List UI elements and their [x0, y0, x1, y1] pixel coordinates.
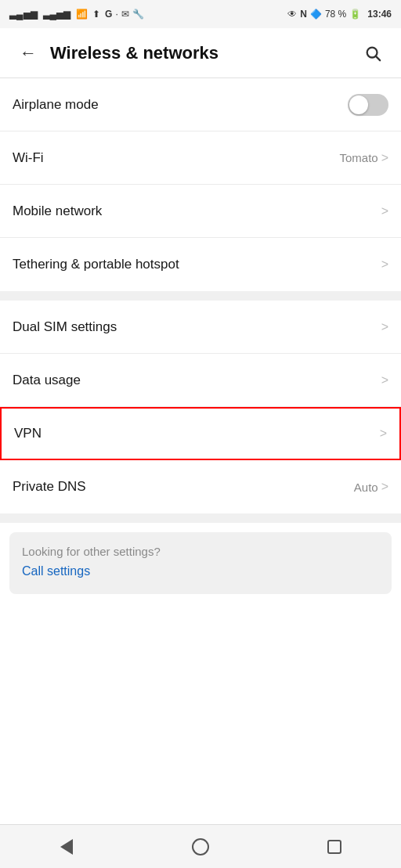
search-button[interactable] — [357, 38, 388, 69]
dual-sim-chevron: > — [381, 320, 388, 334]
bluetooth-icon: 🔷 — [310, 9, 322, 20]
private-dns-chevron: > — [381, 480, 388, 494]
wifi-status-icon: 📶 — [76, 9, 88, 20]
mobile-network-right: > — [381, 204, 388, 218]
wrench-icon: 🔧 — [132, 9, 144, 20]
svg-line-1 — [376, 56, 380, 60]
data-usage-right: > — [381, 373, 388, 387]
other-settings-card: Looking for other settings? Call setting… — [9, 532, 392, 594]
private-dns-right: Auto > — [354, 480, 388, 494]
time-display: 13:46 — [367, 9, 392, 20]
wifi-item[interactable]: Wi-Fi Tomato > — [0, 131, 401, 185]
vpn-item[interactable]: VPN > — [0, 407, 401, 460]
signal2-icon: ▃▄▅▆ — [43, 9, 71, 20]
status-bar: ▃▄▅▆ ▃▄▅▆ 📶 ⬆ G · ✉ 🔧 👁 N 🔷 78 % 🔋 13:46 — [0, 0, 401, 28]
mobile-network-label: Mobile network — [13, 203, 102, 219]
toggle-knob — [349, 95, 368, 114]
mail-icon: ✉ — [121, 9, 129, 20]
search-icon — [364, 45, 381, 62]
other-settings-hint: Looking for other settings? — [22, 545, 379, 558]
nav-recent-icon — [327, 840, 341, 854]
data-usage-chevron: > — [381, 373, 388, 387]
dual-sim-item[interactable]: Dual SIM settings > — [0, 301, 401, 354]
vpn-label: VPN — [14, 426, 42, 441]
battery-text: 78 % — [325, 9, 346, 20]
nav-home-icon — [192, 838, 209, 855]
nav-recent-button[interactable] — [320, 833, 349, 861]
battery-icon: 🔋 — [349, 9, 361, 20]
nav-back-button[interactable] — [52, 833, 81, 861]
section-2: Dual SIM settings > Data usage > VPN > P… — [0, 301, 401, 518]
call-settings-link[interactable]: Call settings — [22, 564, 379, 578]
tethering-item[interactable]: Tethering & portable hotspot > — [0, 238, 401, 291]
page-header: ← Wireless & networks — [0, 28, 401, 78]
tethering-chevron: > — [381, 258, 388, 272]
mobile-network-chevron: > — [381, 204, 388, 218]
wifi-label: Wi-Fi — [13, 150, 44, 166]
nfc-icon: N — [300, 9, 307, 20]
signal-icon: ▃▄▅▆ — [9, 9, 38, 20]
airplane-mode-label: Airplane mode — [13, 97, 99, 113]
airplane-mode-toggle[interactable] — [348, 94, 388, 116]
nav-home-button[interactable] — [186, 833, 215, 861]
back-button[interactable]: ← — [13, 38, 44, 69]
private-dns-label: Private DNS — [13, 479, 86, 495]
vpn-chevron: > — [380, 427, 387, 441]
status-right-icons: 👁 N 🔷 78 % 🔋 13:46 — [287, 9, 392, 20]
tethering-label: Tethering & portable hotspot — [13, 257, 179, 272]
vpn-right: > — [380, 427, 387, 441]
eye-icon: 👁 — [287, 9, 297, 20]
upload-icon: ⬆ — [92, 9, 100, 20]
dot-icon: · — [115, 9, 117, 20]
dual-sim-right: > — [381, 320, 388, 334]
wifi-chevron: > — [381, 151, 388, 165]
page-title: Wireless & networks — [50, 43, 357, 63]
bottom-nav-bar — [0, 824, 401, 868]
airplane-mode-item[interactable]: Airplane mode — [0, 78, 401, 131]
wifi-value: Tomato — [339, 151, 378, 164]
dual-sim-label: Dual SIM settings — [13, 319, 117, 335]
data-usage-label: Data usage — [13, 373, 81, 388]
mobile-network-item[interactable]: Mobile network > — [0, 185, 401, 238]
g-icon: G — [105, 9, 112, 20]
section-gap-2 — [0, 518, 401, 523]
private-dns-value: Auto — [354, 481, 378, 494]
section-1: Airplane mode Wi-Fi Tomato > Mobile netw… — [0, 78, 401, 296]
wifi-right: Tomato > — [339, 151, 388, 165]
tethering-right: > — [381, 258, 388, 272]
status-left-icons: ▃▄▅▆ ▃▄▅▆ 📶 ⬆ G · ✉ 🔧 — [9, 9, 144, 20]
data-usage-item[interactable]: Data usage > — [0, 354, 401, 407]
private-dns-item[interactable]: Private DNS Auto > — [0, 460, 401, 513]
nav-back-icon — [60, 839, 73, 855]
